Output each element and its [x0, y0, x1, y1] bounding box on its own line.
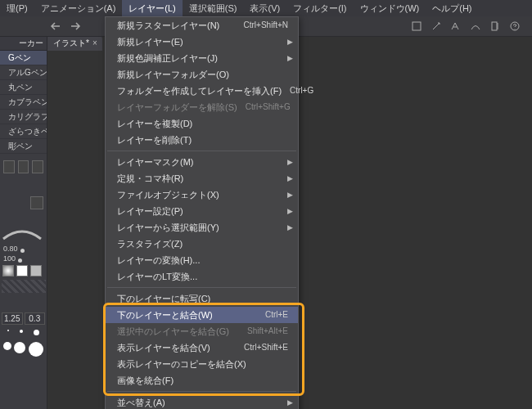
- menu-item[interactable]: 並べ替え(A)▶: [106, 394, 298, 409]
- swatch[interactable]: [2, 265, 14, 276]
- menu-item-label: レイヤー設定(P): [117, 203, 288, 219]
- menu-item-label: 画像を統合(F): [117, 372, 288, 389]
- menu-item-label: ファイルオブジェクト(X): [117, 187, 288, 203]
- menu-item-label: 定規・コマ枠(R): [117, 170, 288, 187]
- menu-item[interactable]: 表示レイヤーのコピーを結合(X): [106, 356, 298, 372]
- menu-item[interactable]: 新規色調補正レイヤー(J)▶: [106, 50, 298, 66]
- brush-size-dots[interactable]: [0, 326, 47, 339]
- wrench-icon[interactable]: [30, 196, 43, 209]
- menu-item-label: レイヤーを削除(T): [117, 132, 288, 148]
- menu-item-label: 新規レイヤー(E): [117, 34, 288, 50]
- palette-header: ーカー: [0, 36, 47, 51]
- menu-item-label: 表示レイヤーを結合(V): [117, 339, 236, 356]
- pen-item[interactable]: 彫ペン: [0, 139, 47, 154]
- menu-item-label: レイヤーマスク(M): [117, 154, 288, 170]
- submenu-arrow-icon: ▶: [287, 170, 293, 187]
- menu-item[interactable]: レイヤーの変換(H)...: [106, 252, 298, 268]
- svg-rect-1: [492, 22, 497, 30]
- tool-button-d[interactable]: [467, 18, 485, 34]
- submenu-arrow-icon: ▶: [287, 187, 293, 203]
- nav-fwd-button[interactable]: [66, 18, 84, 34]
- menubar-item-selection[interactable]: 選択範囲(S): [183, 0, 244, 16]
- menubar-item-edit[interactable]: 理(P): [0, 0, 34, 16]
- menu-item[interactable]: 新規ラスターレイヤー(N)Ctrl+Shift+N: [106, 17, 298, 34]
- swatch[interactable]: [30, 265, 42, 276]
- menu-item-label: レイヤーのLT変換...: [117, 268, 288, 285]
- document-tab[interactable]: イラスト* ×: [47, 36, 102, 51]
- menu-item-shortcut: Ctrl+Shift+E: [244, 339, 288, 356]
- menu-item-shortcut: Ctrl+E: [265, 307, 288, 323]
- pen-item[interactable]: 丸ペン: [0, 80, 47, 95]
- menu-item[interactable]: レイヤーのLT変換...: [106, 268, 298, 285]
- menu-item-shortcut: Ctrl+Shift+N: [244, 17, 288, 34]
- tool-button-help[interactable]: [506, 18, 524, 34]
- pen-item[interactable]: ざらつきペン: [0, 124, 47, 139]
- menubar-item-window[interactable]: ウィンドウ(W): [354, 0, 426, 16]
- menu-item[interactable]: 下のレイヤーと結合(W)Ctrl+E: [106, 307, 298, 323]
- density-slider[interactable]: 100: [0, 254, 47, 263]
- menu-item[interactable]: 画像を統合(F): [106, 372, 298, 389]
- menu-item[interactable]: 定規・コマ枠(R)▶: [106, 170, 298, 187]
- menu-item-label: レイヤーから選択範囲(Y): [117, 219, 288, 236]
- brush-curve-icon: [0, 222, 44, 242]
- menubar-item-filter[interactable]: フィルター(I): [286, 0, 353, 16]
- menu-item-label: 選択中のレイヤーを結合(G): [117, 323, 239, 339]
- swatch[interactable]: [16, 265, 28, 276]
- size-values: 1.25 0.3: [0, 311, 47, 326]
- menu-item-label: ラスタライズ(Z): [117, 236, 288, 252]
- menu-item[interactable]: ラスタライズ(Z): [106, 236, 298, 252]
- menubar: 理(P) アニメーション(A) レイヤー(L) 選択範囲(S) 表示(V) フィ…: [0, 0, 532, 16]
- tool-button-a[interactable]: [408, 18, 426, 34]
- menu-separator: [107, 151, 296, 151]
- palette-icon[interactable]: [3, 160, 15, 173]
- menu-item[interactable]: ファイルオブジェクト(X)▶: [106, 187, 298, 203]
- menu-item[interactable]: レイヤーを削除(T): [106, 132, 298, 148]
- menu-item-label: 新規レイヤーフォルダー(O): [117, 66, 288, 83]
- texture-preview: [2, 280, 46, 293]
- nav-back-button[interactable]: [47, 18, 65, 34]
- menu-separator: [107, 391, 296, 392]
- menu-item-label: 並べ替え(A): [117, 394, 288, 409]
- tool-palette: ーカー Gペン アルGペン 丸ペン カブラペン カリグラフィ ざらつきペン 彫ペ…: [0, 16, 47, 409]
- menu-item[interactable]: レイヤーマスク(M)▶: [106, 154, 298, 170]
- tool-button-c[interactable]: [447, 18, 465, 34]
- pen-list: Gペン アルGペン 丸ペン カブラペン カリグラフィ ざらつきペン 彫ペン: [0, 51, 47, 154]
- menu-item[interactable]: フォルダーを作成してレイヤーを挿入(F)Ctrl+G: [106, 83, 298, 99]
- menubar-item-view[interactable]: 表示(V): [243, 0, 286, 16]
- menu-item[interactable]: レイヤーを複製(D): [106, 115, 298, 132]
- palette-icon[interactable]: [32, 160, 43, 173]
- submenu-arrow-icon: ▶: [287, 34, 293, 50]
- menu-item[interactable]: 下のレイヤーに転写(C): [106, 290, 298, 307]
- submenu-arrow-icon: ▶: [287, 219, 293, 236]
- tool-button-e[interactable]: [486, 18, 504, 34]
- menu-item: レイヤーフォルダーを解除(S)Ctrl+Shift+G: [106, 99, 298, 115]
- pen-item[interactable]: カブラペン: [0, 95, 47, 110]
- tool-button-b[interactable]: [427, 18, 445, 34]
- menu-item[interactable]: 新規レイヤーフォルダー(O): [106, 66, 298, 83]
- close-icon[interactable]: ×: [92, 36, 97, 51]
- menu-item-label: 下のレイヤーに転写(C): [117, 290, 288, 307]
- menubar-item-help[interactable]: ヘルプ(H): [426, 0, 478, 16]
- menu-item-label: 新規色調補正レイヤー(J): [117, 50, 288, 66]
- menu-item-label: 新規ラスターレイヤー(N): [117, 17, 236, 34]
- document-tab-label: イラスト*: [53, 36, 89, 51]
- menu-item[interactable]: レイヤーから選択範囲(Y)▶: [106, 219, 298, 236]
- menubar-item-animation[interactable]: アニメーション(A): [34, 0, 123, 16]
- submenu-arrow-icon: ▶: [287, 203, 293, 219]
- menubar-item-layer[interactable]: レイヤー(L): [122, 0, 182, 16]
- menu-item-shortcut: Shift+Alt+E: [247, 323, 288, 339]
- svg-rect-0: [413, 22, 421, 30]
- menu-item[interactable]: 表示レイヤーを結合(V)Ctrl+Shift+E: [106, 339, 298, 356]
- palette-icon[interactable]: [18, 160, 29, 173]
- pen-item[interactable]: Gペン: [0, 51, 47, 65]
- submenu-arrow-icon: ▶: [287, 394, 293, 409]
- layer-menu-dropdown: 新規ラスターレイヤー(N)Ctrl+Shift+N新規レイヤー(E)▶新規色調補…: [105, 16, 299, 409]
- menu-item[interactable]: 新規レイヤー(E)▶: [106, 34, 298, 50]
- brush-size-dots[interactable]: [0, 339, 47, 360]
- submenu-arrow-icon: ▶: [287, 50, 293, 66]
- menu-item-label: 下のレイヤーと結合(W): [117, 307, 257, 323]
- pen-item[interactable]: アルGペン: [0, 65, 47, 80]
- opacity-slider[interactable]: 0.80: [0, 244, 47, 254]
- menu-item[interactable]: レイヤー設定(P)▶: [106, 203, 298, 219]
- pen-item[interactable]: カリグラフィ: [0, 110, 47, 124]
